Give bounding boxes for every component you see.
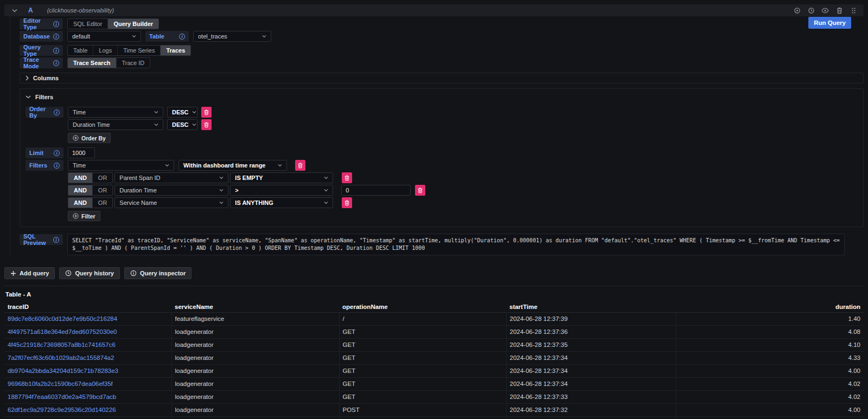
trace-id-link[interactable]: 4f45c21918c73698057a8b1c741657c6 bbox=[8, 341, 116, 348]
remove-filter-button[interactable] bbox=[342, 172, 352, 183]
hide-response-eye-icon[interactable] bbox=[820, 5, 830, 15]
query-type-traces[interactable]: Traces bbox=[161, 46, 190, 55]
filter-condition-row: AND OR Duration Time > bbox=[68, 185, 858, 196]
columns-section-header[interactable]: Columns bbox=[20, 73, 864, 83]
table-row: 1887794f7eaa6037d0e2a4579bcd7acbloadgene… bbox=[4, 390, 864, 403]
query-type-timeseries[interactable]: Time Series bbox=[118, 46, 161, 55]
trace-id-link[interactable]: 62df1ec9a29728c9e29536c20d140226 bbox=[8, 407, 116, 413]
editor-type-toggle: SQL Editor Query Builder bbox=[67, 18, 159, 29]
chevron-down-icon bbox=[25, 95, 31, 99]
drag-handle-icon[interactable] bbox=[848, 5, 858, 15]
query-type-logs[interactable]: Logs bbox=[93, 46, 118, 55]
or-option[interactable]: OR bbox=[93, 198, 113, 208]
trace-id-cell: 7a2f07ecf63c60b1029ab2ac155874a2 bbox=[4, 351, 171, 364]
query-type-toggle: Table Logs Time Series Traces bbox=[67, 45, 191, 56]
results-table-panel: Table - A traceID serviceName operationN… bbox=[4, 286, 864, 419]
database-select[interactable]: default bbox=[67, 31, 141, 42]
info-icon[interactable] bbox=[53, 34, 59, 40]
table-select[interactable]: otel_traces bbox=[193, 31, 271, 42]
trace-id-link[interactable]: 4f497571a618e364ed7ded60752030e0 bbox=[8, 328, 117, 335]
start-time-cell: 2024-06-28 12:37:33 bbox=[506, 390, 676, 403]
start-time-cell: 2024-06-28 12:37:34 bbox=[506, 364, 676, 377]
remove-order-by-button[interactable] bbox=[201, 107, 212, 118]
add-query-button[interactable]: Add query bbox=[4, 267, 55, 279]
info-icon[interactable] bbox=[53, 48, 59, 54]
time-filter-row: Filters Time Within dashboard time range bbox=[25, 160, 858, 171]
trace-id-option[interactable]: Trace ID bbox=[117, 58, 150, 68]
trace-search-option[interactable]: Trace Search bbox=[68, 58, 117, 68]
operation-name-cell: GET bbox=[339, 390, 506, 403]
and-option[interactable]: AND bbox=[68, 173, 93, 183]
info-icon[interactable] bbox=[179, 34, 185, 40]
filter-field-select[interactable]: Duration Time bbox=[114, 185, 228, 196]
filter-operator-select[interactable]: IS EMPTY bbox=[230, 172, 333, 183]
query-history-button[interactable]: Query history bbox=[59, 267, 120, 279]
query-type-table[interactable]: Table bbox=[68, 46, 93, 55]
remove-filter-button[interactable] bbox=[342, 197, 352, 208]
trace-id-link[interactable]: 7a2f07ecf63c60b1029ab2ac155874a2 bbox=[8, 354, 114, 361]
and-option[interactable]: AND bbox=[68, 185, 93, 195]
info-icon[interactable] bbox=[54, 163, 60, 169]
order-by-direction-select[interactable]: DESC bbox=[167, 119, 197, 130]
filter-field-select[interactable]: Service Name bbox=[114, 197, 228, 208]
start-time-cell: 2024-06-28 12:37:32 bbox=[506, 403, 676, 416]
query-type-row: Query Type Table Logs Time Series Traces bbox=[20, 45, 864, 56]
query-builder-option[interactable]: Query Builder bbox=[108, 19, 158, 29]
operation-name-cell: GET bbox=[339, 364, 506, 377]
history-icon[interactable] bbox=[806, 5, 816, 15]
duplicate-icon[interactable] bbox=[792, 5, 802, 15]
column-header-operationname[interactable]: operationName bbox=[339, 302, 506, 312]
remove-query-trash-icon[interactable] bbox=[834, 5, 844, 15]
add-filter-row: Filter bbox=[68, 211, 858, 221]
and-option[interactable]: AND bbox=[68, 198, 93, 208]
filter-operator-select[interactable]: > bbox=[230, 185, 333, 196]
trace-id-link[interactable]: 1887794f7eaa6037d0e2a4579bcd7acb bbox=[8, 394, 116, 400]
column-header-starttime[interactable]: startTime bbox=[506, 302, 676, 312]
info-icon[interactable] bbox=[53, 237, 59, 243]
filters-section-header[interactable]: Filters bbox=[25, 92, 858, 102]
start-time-cell: 2024-06-28 12:37:35 bbox=[506, 338, 676, 351]
column-header-servicename[interactable]: serviceName bbox=[171, 302, 339, 312]
trace-id-link[interactable]: 89dc7e8c6060c0d12de7e9b50c216284 bbox=[8, 315, 117, 322]
collapse-chevron-icon[interactable] bbox=[10, 5, 20, 15]
sql-editor-option[interactable]: SQL Editor bbox=[68, 19, 108, 29]
order-by-field-select[interactable]: Time bbox=[68, 107, 163, 118]
order-by-field-select[interactable]: Duration Time bbox=[68, 119, 163, 130]
add-order-by-row: Order By bbox=[68, 133, 858, 143]
trace-id-link[interactable]: 96968b10fa2b2c1590bc67dea06ef35f bbox=[8, 381, 113, 387]
operation-name-cell: POST bbox=[339, 403, 506, 416]
filter-value-input[interactable] bbox=[341, 185, 411, 196]
info-icon[interactable] bbox=[54, 150, 60, 156]
query-inspector-button[interactable]: Query inspector bbox=[124, 267, 192, 279]
service-name-cell: featureflagservice bbox=[171, 312, 339, 325]
remove-order-by-button[interactable] bbox=[201, 119, 212, 130]
service-name-cell: loadgenerator bbox=[171, 390, 339, 403]
service-name-cell: loadgenerator bbox=[171, 416, 339, 419]
filter-operator-select[interactable]: IS ANYTHING bbox=[230, 197, 333, 208]
or-option[interactable]: OR bbox=[93, 185, 113, 195]
remove-filter-button[interactable] bbox=[295, 160, 305, 171]
filter-condition-select[interactable]: Within dashboard time range bbox=[178, 160, 287, 171]
database-label: Database bbox=[20, 31, 63, 42]
table-row: 7a2f07ecf63c60b1029ab2ac155874a2loadgene… bbox=[4, 351, 864, 364]
start-time-cell: 2024-06-28 12:37:34 bbox=[506, 351, 676, 364]
add-order-by-button[interactable]: Order By bbox=[68, 133, 111, 143]
limit-input[interactable] bbox=[68, 147, 95, 158]
trash-icon bbox=[344, 175, 349, 181]
column-header-traceid[interactable]: traceID bbox=[4, 302, 171, 312]
filter-condition-row: AND OR Service Name IS ANYTHING bbox=[68, 197, 858, 208]
or-option[interactable]: OR bbox=[93, 173, 113, 183]
trace-id-cell: 4f45c21918c73698057a8b1c741657c6 bbox=[4, 338, 171, 351]
order-by-direction-select[interactable]: DESC bbox=[167, 107, 197, 118]
filter-field-select[interactable]: Parent Span ID bbox=[114, 172, 228, 183]
info-icon[interactable] bbox=[53, 21, 59, 27]
remove-filter-button[interactable] bbox=[415, 185, 425, 196]
query-ref-id: A bbox=[28, 7, 33, 14]
operation-name-cell: GET bbox=[339, 351, 506, 364]
column-header-duration[interactable]: duration bbox=[676, 302, 864, 312]
info-icon[interactable] bbox=[54, 109, 60, 115]
trace-id-link[interactable]: db9704a2bbda34204d159c71b78283e3 bbox=[8, 368, 118, 374]
info-icon[interactable] bbox=[53, 60, 59, 66]
add-filter-button[interactable]: Filter bbox=[68, 211, 100, 221]
filter-field-select[interactable]: Time bbox=[68, 160, 174, 171]
